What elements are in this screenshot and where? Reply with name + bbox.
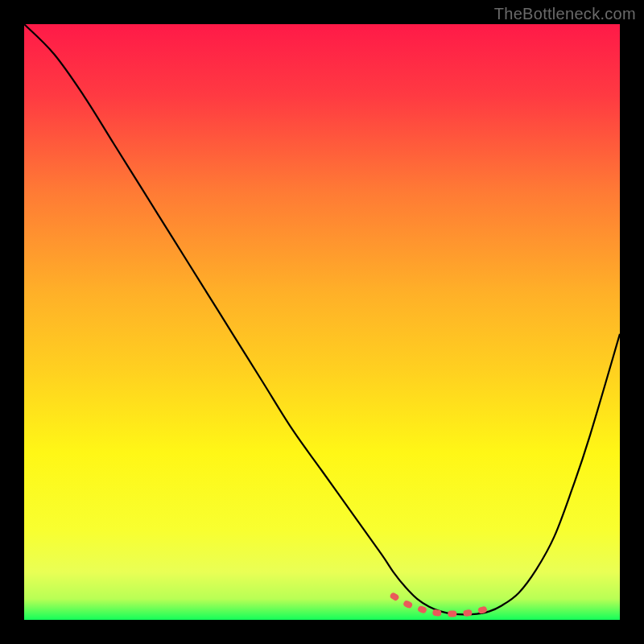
optimal-range-marker [394, 596, 495, 613]
bottleneck-curve [24, 24, 620, 614]
chart-curves [24, 24, 620, 620]
plot-area [24, 24, 620, 620]
watermark-text: TheBottleneck.com [494, 5, 636, 23]
